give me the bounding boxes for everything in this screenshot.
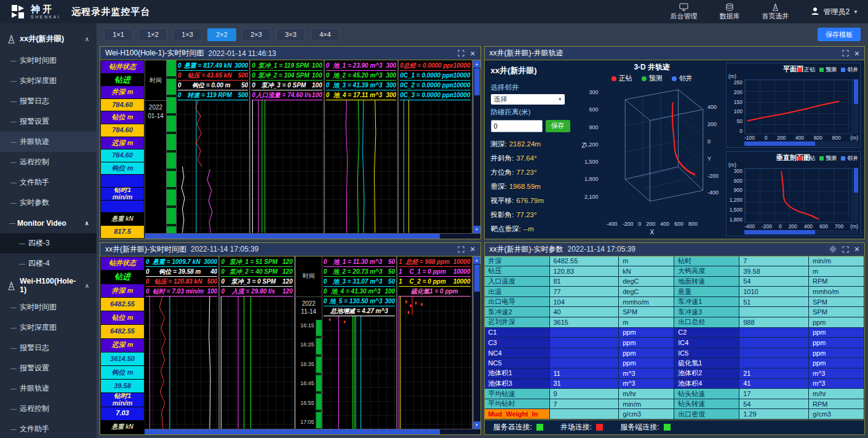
track-curve-label: 0 悬重 = 1009.7 kN 3000 — [146, 257, 217, 267]
param-value — [550, 348, 619, 358]
param-name: 出温 — [485, 287, 550, 297]
layout-button[interactable]: 2×2 — [207, 28, 236, 41]
close-icon[interactable]: × — [854, 245, 859, 253]
sidebar-item[interactable]: 实时时间图 — [0, 297, 97, 317]
param-cell: 钻时1 min/m — [101, 188, 144, 200]
nav-label: 后台管理 — [670, 12, 697, 21]
param-unit: m — [619, 257, 674, 266]
track-curve-label: 0 池_4 = 17.11 m^3 300 — [326, 90, 396, 100]
param-unit: m/hr — [619, 389, 674, 399]
database-icon — [725, 3, 734, 11]
save-template-button[interactable]: 保存模板 — [818, 28, 861, 41]
plan-view-plot[interactable] — [744, 79, 853, 134]
rig-state-strip — [167, 60, 177, 233]
offset-well-select[interactable]: 选择 ▾ — [491, 94, 565, 105]
horizontal-scrollbar[interactable] — [744, 230, 858, 234]
anticollision-distance-input[interactable] — [491, 120, 543, 132]
app-title: 远程录井监控平台 — [71, 6, 150, 18]
legend-item: 邻井 — [841, 154, 858, 162]
param-name: 泵冲速2 — [485, 307, 550, 317]
nav-home-well-select[interactable]: 首页选井 — [762, 3, 789, 21]
layout-button[interactable]: 1×1 — [104, 28, 133, 41]
sidebar-item[interactable]: 井眼轨迹 — [0, 378, 97, 399]
track-plot-area[interactable] — [397, 297, 471, 429]
expand-icon[interactable] — [458, 50, 464, 57]
vertical-section-plot[interactable] — [744, 168, 853, 223]
layout-button[interactable]: 2×3 — [242, 28, 271, 41]
horizontal-scrollbar[interactable] — [744, 141, 858, 146]
track-plot-area[interactable] — [145, 297, 218, 429]
param-unit: ppm — [619, 338, 674, 348]
app-window: 神开 SHENKAI 远程录井监控平台 后台管理 数据库 首页选井 管理员2 ▼ — [0, 0, 868, 438]
time-tick: 16:15 — [300, 322, 314, 328]
sidebar-item[interactable]: 远程控制 — [0, 152, 97, 172]
close-icon[interactable]: × — [470, 245, 475, 253]
sidebar-item[interactable]: 文件助手 — [0, 172, 97, 193]
sidebar-item[interactable]: 报警设置 — [0, 111, 97, 132]
brand-name-en: SHENKAI — [31, 15, 60, 19]
vertical-scrollbar[interactable]: ▲ ▼ — [473, 257, 480, 429]
track-curve-label: 0 C_2 = 0.0000 ppm 10000 — [400, 81, 470, 90]
param-cell — [101, 201, 144, 213]
track-curve-label: 0 池_1 = 11.30 m^3 50 — [324, 257, 395, 267]
layout-button[interactable]: 3×3 — [276, 28, 305, 41]
sidebar-item[interactable]: 报警设置 — [0, 358, 97, 378]
param-name: NC5 — [485, 358, 550, 368]
sidebar-item[interactable]: 井眼轨迹 — [0, 132, 97, 152]
expand-icon[interactable] — [842, 246, 849, 253]
horizontal-scrollbar[interactable] — [145, 429, 480, 434]
param-value — [739, 338, 809, 348]
sidebar-item[interactable]: 报警日志 — [0, 91, 97, 111]
layout-button[interactable]: 1×2 — [138, 28, 167, 41]
param-name: 硫化氢1 — [674, 358, 739, 368]
track-curve-label: 0 悬重 = 817.49 kN 3000 — [178, 61, 248, 71]
expand-icon[interactable] — [842, 50, 849, 57]
close-icon[interactable]: × — [470, 49, 475, 58]
nav-admin-menu[interactable]: 管理员2 ▼ — [811, 7, 858, 17]
track-plot-area[interactable] — [325, 100, 397, 233]
sidebar-well-group-1[interactable]: xx井(新井眼) ∧ — [0, 27, 97, 50]
layout-button[interactable]: 1×3 — [173, 28, 202, 41]
layout-button[interactable]: 4×4 — [311, 28, 340, 41]
sidebar-item[interactable]: 四楼-4 — [0, 253, 97, 274]
scroll-down-icon: ▼ — [474, 226, 480, 233]
sidebar-item[interactable]: 远程控制 — [0, 399, 97, 419]
sidebar-item[interactable]: 实时时间图 — [0, 50, 97, 71]
sidebar-item[interactable]: 文件助手 — [0, 419, 97, 438]
expand-icon[interactable] — [458, 246, 464, 253]
sidebar-item[interactable]: 实时深度图 — [0, 71, 97, 91]
z-axis-ticks: 3006009001,2001,5001,8002,100 — [579, 83, 600, 221]
panel-title-bar: xx井(新井眼)-井眼轨迹 × — [485, 47, 865, 60]
panel-title: Wei-H100(Hole-1)-实时时间图 — [105, 48, 204, 58]
brand-logo: 神开 SHENKAI — [10, 4, 60, 20]
save-distance-button[interactable]: 保存 — [546, 120, 570, 132]
track-curve-label: 0 池_3 = 41.39 m^3 300 — [326, 81, 396, 90]
sidebar-well-tree: xx井(新井眼) ∧ 实时时间图 实时深度图 报警日志 — [0, 23, 97, 438]
sidebar-item[interactable]: 实时参数 — [0, 193, 97, 213]
track-plot-area[interactable] — [177, 100, 249, 233]
track-plot-area[interactable] — [322, 316, 396, 429]
track-plot-area[interactable] — [399, 100, 471, 233]
time-tick: 17:05 — [300, 419, 314, 425]
vertical-scrollbar[interactable]: ▲ ▼ — [473, 60, 480, 233]
track-curve-label: 0 泵冲_2 = 104 SPM 100 — [252, 71, 322, 81]
horizontal-scrollbar[interactable] — [145, 233, 480, 239]
track-plot-area[interactable] — [250, 100, 323, 233]
status-indicator — [596, 424, 603, 431]
3d-wellpath-plot[interactable] — [600, 83, 707, 221]
nav-backend-management[interactable]: 后台管理 — [670, 3, 697, 21]
track-plot-area[interactable] — [220, 297, 293, 429]
sidebar-item[interactable]: 报警日志 — [0, 338, 97, 358]
vertical-scrollbar[interactable] — [854, 79, 858, 134]
sidebar-well-group-2[interactable]: Wei-H100(Hole-1) ∧ — [0, 274, 97, 297]
sidebar-item[interactable]: Monitor Video ∧ — [0, 213, 97, 233]
sidebar-item[interactable]: 实时深度图 — [0, 317, 97, 338]
stat-value: --m — [524, 225, 534, 233]
vertical-scrollbar[interactable] — [854, 168, 858, 223]
sidebar-item[interactable]: 四楼-3 — [0, 233, 97, 253]
top-header-bar: 神开 SHENKAI 远程录井监控平台 后台管理 数据库 首页选井 管理员2 ▼ — [0, 0, 868, 23]
gear-icon[interactable] — [829, 245, 837, 253]
nav-database[interactable]: 数据库 — [719, 3, 739, 21]
table-row: 出温 77 degC 悬重 1010 mmho/m — [485, 287, 865, 297]
close-icon[interactable]: × — [854, 49, 859, 58]
